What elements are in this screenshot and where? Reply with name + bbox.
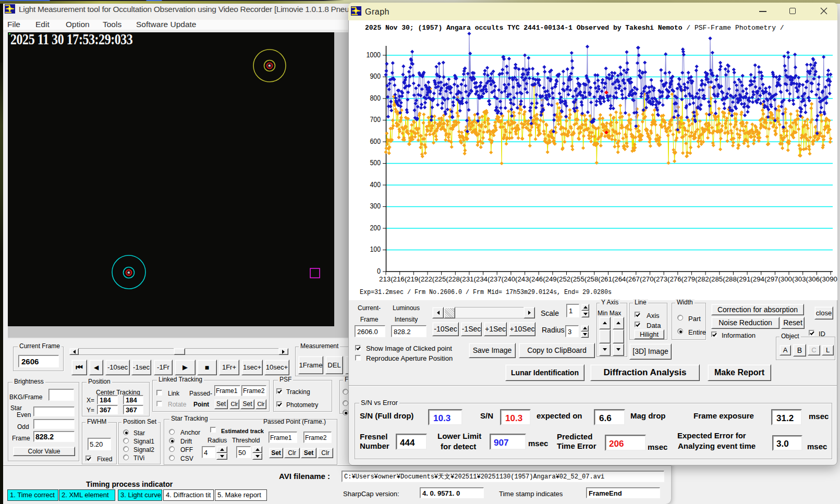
svg-text:1000: 1000 <box>367 50 381 59</box>
svg-text:600: 600 <box>370 137 381 145</box>
svg-text:100: 100 <box>370 244 381 253</box>
svg-text:700: 700 <box>370 115 381 124</box>
svg-text:Exp=31.2msec / Frm No.2606.0 /: Exp=31.2msec / Frm No.2606.0 / Frm Mid= … <box>360 289 612 296</box>
svg-text:800: 800 <box>370 93 381 102</box>
svg-text:500: 500 <box>370 158 381 167</box>
svg-text:0: 0 <box>377 266 381 275</box>
svg-text:300: 300 <box>370 201 381 210</box>
svg-text:2025 Nov 30; (1957) Angara occ: 2025 Nov 30; (1957) Angara occults TYC 2… <box>365 24 784 32</box>
svg-text:200: 200 <box>370 223 381 232</box>
svg-text:900: 900 <box>370 71 381 80</box>
svg-text:213(216(219(222(225(228(231(23: 213(216(219(222(225(228(231(234(237(240(… <box>379 275 837 283</box>
svg-text:400: 400 <box>370 180 381 189</box>
